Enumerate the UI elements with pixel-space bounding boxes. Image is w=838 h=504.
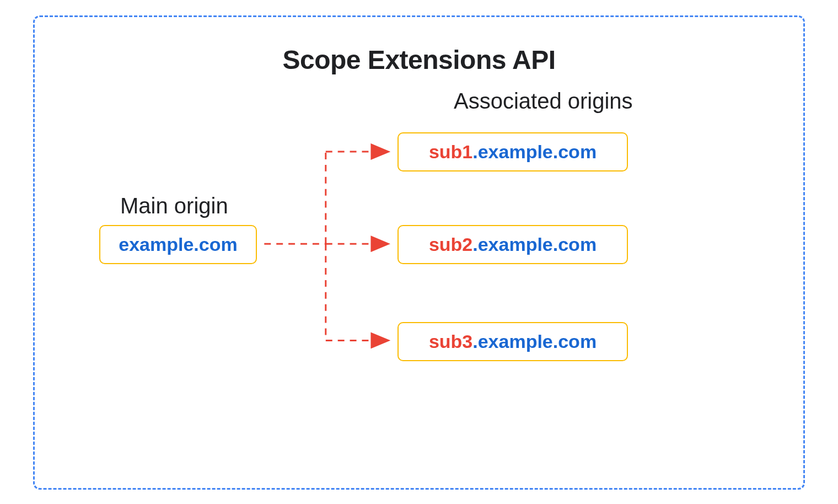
associated-origin-box-2: sub2.example.com: [397, 225, 628, 264]
domain-text-3: .example.com: [472, 331, 597, 352]
associated-origin-box-1: sub1.example.com: [397, 132, 628, 171]
subdomain-text-1: sub1: [429, 141, 472, 162]
diagram-title: Scope Extensions API: [68, 45, 770, 75]
subdomain-text-3: sub3: [429, 331, 472, 352]
associated-origin-box-3: sub3.example.com: [397, 322, 628, 361]
domain-text-1: .example.com: [472, 141, 597, 162]
subdomain-text-2: sub2: [429, 234, 472, 255]
main-origin-box: example.com: [99, 225, 257, 264]
main-domain-text: example.com: [119, 234, 237, 255]
diagram-container: Scope Extensions API Main origin Associa…: [33, 15, 805, 490]
main-origin-label: Main origin: [120, 194, 228, 218]
content-area: Main origin Associated origins example.c…: [68, 86, 770, 461]
domain-text-2: .example.com: [472, 234, 597, 255]
associated-origins-label: Associated origins: [454, 89, 633, 114]
